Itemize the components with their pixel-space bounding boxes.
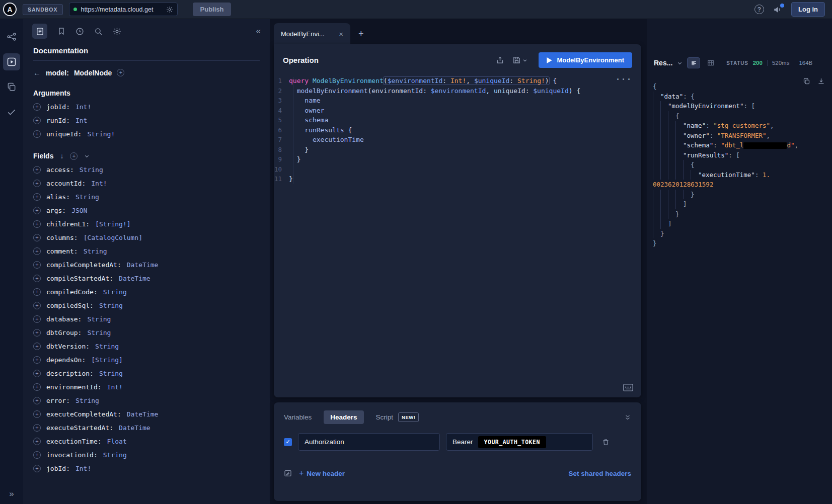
field-type-link[interactable]: Int!	[107, 383, 123, 391]
field-type-link[interactable]: String	[99, 370, 123, 377]
field-type-link[interactable]: Int!	[91, 180, 107, 187]
add-to-query-icon[interactable]: +	[33, 193, 41, 201]
add-to-query-icon[interactable]: +	[33, 451, 41, 459]
new-header-button[interactable]: + New header	[299, 469, 345, 478]
schema-graph-icon[interactable]	[3, 28, 20, 45]
documentation-tab-icon[interactable]	[32, 24, 47, 39]
add-to-query-icon[interactable]: +	[33, 356, 41, 364]
field-type-link[interactable]: DateTime	[119, 424, 150, 432]
announcements-icon[interactable]	[773, 5, 782, 14]
header-value-input[interactable]: Bearer YOUR_AUTH_TOKEN	[446, 433, 593, 451]
endpoint-url-input[interactable]: https://metadata.cloud.get	[69, 3, 178, 16]
add-to-query-icon[interactable]: +	[33, 220, 41, 228]
endpoint-settings-gear-icon[interactable]	[166, 6, 173, 13]
add-to-query-icon[interactable]: +	[33, 424, 41, 432]
expand-rail-icon[interactable]: »	[9, 489, 14, 499]
add-to-query-icon[interactable]: +	[33, 438, 41, 445]
add-to-query-icon[interactable]: +	[33, 103, 41, 111]
copy-response-icon[interactable]	[803, 77, 810, 85]
field-type-link[interactable]: String	[75, 193, 99, 201]
operations-collection-icon[interactable]	[3, 78, 20, 96]
fields-chevron-down-icon[interactable]	[84, 153, 90, 159]
add-to-query-icon[interactable]: +	[33, 130, 41, 138]
close-tab-icon[interactable]: ×	[339, 30, 343, 38]
collapse-docs-icon[interactable]: «	[256, 26, 261, 36]
operation-menu-icon[interactable]: ···	[616, 75, 632, 84]
add-to-query-icon[interactable]: +	[33, 166, 41, 174]
run-operation-button[interactable]: ModelByEnvironment	[539, 52, 632, 68]
docs-type-name[interactable]: ModelNode	[74, 69, 112, 77]
field-type-link[interactable]: [CatalogColumn]	[84, 234, 142, 241]
field-type-link[interactable]: Int!	[75, 465, 91, 472]
tab-variables[interactable]: Variables	[284, 410, 312, 424]
field-type-link[interactable]: Int!	[75, 103, 91, 111]
field-type-link[interactable]: Float	[107, 438, 127, 445]
field-type-link[interactable]: String	[87, 315, 111, 323]
header-enabled-checkbox[interactable]: ✓	[284, 438, 292, 446]
add-to-query-icon[interactable]: +	[33, 410, 41, 418]
back-arrow-icon[interactable]: ←	[33, 68, 41, 77]
add-to-query-icon[interactable]: +	[33, 207, 41, 214]
search-icon[interactable]	[94, 27, 103, 36]
share-operation-icon[interactable]	[496, 56, 504, 64]
operation-tab[interactable]: ModelByEnvi... ×	[274, 23, 350, 44]
set-shared-headers-button[interactable]: Set shared headers	[568, 470, 631, 477]
field-type-link[interactable]: [String]	[91, 356, 123, 364]
add-to-query-icon[interactable]: +	[33, 465, 41, 472]
field-type-link[interactable]: String	[84, 247, 107, 255]
field-type-link[interactable]: JSON	[71, 207, 87, 214]
field-type-link[interactable]: String	[80, 166, 103, 174]
field-type-link[interactable]: DateTime	[127, 410, 159, 418]
field-type-link[interactable]: String!	[87, 130, 115, 138]
response-title[interactable]: Res...	[654, 59, 672, 67]
explorer-settings-gear-icon[interactable]	[113, 27, 121, 36]
add-to-query-icon[interactable]: +	[33, 329, 41, 337]
login-button[interactable]: Log in	[791, 2, 825, 17]
response-chevron-down-icon[interactable]	[677, 60, 683, 66]
keyboard-shortcuts-icon[interactable]	[623, 384, 633, 391]
publish-button[interactable]: Publish	[193, 3, 232, 16]
history-clock-icon[interactable]	[75, 27, 84, 36]
add-to-query-icon[interactable]: +	[33, 370, 41, 377]
tab-script[interactable]: Script	[376, 410, 394, 424]
field-type-link[interactable]: String	[103, 288, 127, 296]
field-type-link[interactable]: DateTime	[127, 261, 159, 269]
add-to-query-icon[interactable]: +	[33, 315, 41, 323]
field-type-link[interactable]: String	[87, 329, 111, 337]
add-to-query-icon[interactable]: +	[33, 180, 41, 187]
delete-header-icon[interactable]	[602, 438, 610, 446]
tab-headers[interactable]: Headers	[324, 410, 363, 424]
field-type-link[interactable]: String	[75, 397, 99, 404]
add-to-query-icon[interactable]: +	[33, 383, 41, 391]
auth-token-value[interactable]: YOUR_AUTH_TOKEN	[478, 436, 546, 448]
field-type-link[interactable]: [String!]	[95, 220, 130, 228]
help-icon[interactable]: ?	[754, 5, 764, 14]
field-type-link[interactable]: String	[95, 343, 119, 350]
add-all-fields-icon[interactable]: +	[117, 69, 124, 76]
collapse-panel-icon[interactable]	[624, 414, 631, 421]
field-type-link[interactable]: String	[99, 302, 123, 309]
apollo-logo[interactable]: A	[3, 3, 17, 16]
new-tab-icon[interactable]: +	[358, 29, 364, 38]
header-key-input[interactable]	[298, 433, 440, 451]
field-type-link[interactable]: Int	[75, 117, 87, 124]
add-fields-icon[interactable]: +	[70, 152, 78, 160]
graphql-editor[interactable]: 1query ModelByEnvironment($environmentId…	[274, 72, 641, 397]
add-to-query-icon[interactable]: +	[33, 247, 41, 255]
add-to-query-icon[interactable]: +	[33, 117, 41, 124]
field-type-link[interactable]: DateTime	[119, 275, 150, 282]
format-response-icon[interactable]	[687, 57, 700, 68]
field-type-link[interactable]: String	[103, 451, 127, 459]
download-response-icon[interactable]	[817, 77, 825, 85]
save-operation-icon[interactable]	[512, 56, 527, 64]
add-to-query-icon[interactable]: +	[33, 302, 41, 309]
checks-icon[interactable]	[3, 104, 20, 121]
add-to-query-icon[interactable]: +	[33, 275, 41, 282]
environment-headers-icon[interactable]	[284, 469, 292, 477]
sort-fields-icon[interactable]: ↓	[60, 152, 63, 160]
table-view-icon[interactable]	[705, 57, 717, 68]
add-to-query-icon[interactable]: +	[33, 261, 41, 269]
explorer-icon[interactable]	[3, 53, 20, 70]
add-to-query-icon[interactable]: +	[33, 343, 41, 350]
saved-operations-bookmark-icon[interactable]	[57, 27, 65, 35]
